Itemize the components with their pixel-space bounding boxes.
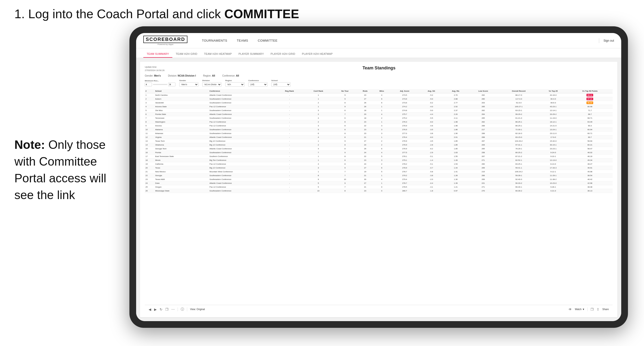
step-instruction: 1. Log into the Coach Portal and click C… bbox=[14, 7, 299, 21]
col-reg-rank: Reg Rank bbox=[276, 89, 304, 93]
control-conference: Conference (All) bbox=[248, 79, 268, 87]
region-select[interactable]: N/A bbox=[225, 82, 244, 87]
watch-icon[interactable]: 👁 bbox=[568, 308, 572, 311]
table-row: 2AuburnSoutheastern Conference-19276273.… bbox=[145, 97, 612, 101]
col-school: School bbox=[154, 89, 209, 93]
sign-out-divider bbox=[599, 38, 599, 43]
table-row: 5Ole MissSoutheastern Conference-3618127… bbox=[145, 109, 612, 112]
col-rnds: Rnds bbox=[357, 89, 374, 93]
table-row: 10AlabamaSoutheastern Conference-5823327… bbox=[145, 128, 612, 132]
table-row: 11ArkansasSoutheastern Conference-682332… bbox=[145, 132, 612, 136]
watch-label: Watch bbox=[575, 308, 582, 311]
col-rank: # bbox=[145, 89, 154, 93]
nav-tournaments[interactable]: TOURNAMENTS bbox=[197, 33, 232, 48]
toolbar-more-icon[interactable]: ⋯ bbox=[171, 308, 175, 311]
table-row: 20TexasBig 12 Conference-39276278.9-0.71… bbox=[145, 166, 612, 170]
table-row: 23Texas A&MSoutheastern Conference-91030… bbox=[145, 177, 612, 181]
control-gender: Gender Men's bbox=[179, 79, 198, 87]
filter-division: Division: NCAA Division I bbox=[168, 74, 196, 77]
table-row: 4Arizona StatePac-12 Conference-19261274… bbox=[145, 105, 612, 109]
toolbar-share2-icon[interactable]: ⇧ bbox=[596, 308, 600, 311]
logo-main: SCOREBOARD bbox=[143, 36, 188, 43]
filter-conference: Conference: All bbox=[222, 74, 239, 77]
tablet-screen: SCOREBOARD Powered by clippd TOURNAMENTS… bbox=[136, 33, 621, 321]
school-select[interactable]: (All) bbox=[271, 82, 290, 87]
table-row: 16FloridaSoutheastern Conference-7924427… bbox=[145, 151, 612, 155]
table-row: 18IllinoisBig Ten Conference-18233279.1-… bbox=[145, 159, 612, 162]
col-avg-sg: Avg. SG bbox=[420, 89, 444, 93]
col-conf-rank: Conf Rank bbox=[304, 89, 334, 93]
step-text: Log into the Coach Portal and click bbox=[28, 7, 224, 21]
table-row: 12VirginiaAtlantic Coast Conference-4821… bbox=[145, 136, 612, 139]
standings-card: Update time: 27/03/2024 16:56:26 Team St… bbox=[140, 62, 618, 317]
toolbar-reload-icon[interactable]: ↻ bbox=[160, 308, 162, 311]
toolbar-share-icon[interactable]: ❐ bbox=[165, 308, 168, 311]
filter-region: Region: All bbox=[203, 74, 215, 77]
subnav-player-summary[interactable]: PLAYER SUMMARY bbox=[235, 52, 267, 58]
subnav-team-h2h-grid[interactable]: TEAM H2H GRID bbox=[172, 52, 200, 58]
table-row: 13Texas TechBig 12 Conference-19272276.9… bbox=[145, 139, 612, 143]
toolbar-back-icon[interactable]: ◀ bbox=[148, 308, 151, 311]
table-row: 19CaliforniaPac-12 Conference-48242278.2… bbox=[145, 162, 612, 166]
table-row: 21New MexicoMountain West Conference-171… bbox=[145, 170, 612, 174]
table-row: 3VanderbiltSoutheastern Conference-28266… bbox=[145, 101, 612, 105]
control-division: Division NCAA Division I bbox=[202, 79, 222, 87]
card-header-row: Update time: 27/03/2024 16:56:26 Team St… bbox=[145, 66, 612, 72]
nav-teams[interactable]: TEAMS bbox=[232, 33, 253, 48]
col-overall: Overall Record bbox=[498, 89, 539, 93]
note-bold-label: Note: bbox=[14, 138, 45, 152]
view-original-label: View: Original bbox=[190, 308, 205, 311]
note-text: Note: Only those with Committee Portal a… bbox=[14, 136, 110, 203]
col-no-tour: No Tour bbox=[334, 89, 357, 93]
nav-items: TOURNAMENTS TEAMS COMMITTEE bbox=[197, 33, 599, 48]
filter-gender: Gender: Men's bbox=[145, 74, 161, 77]
col-wins: Wins bbox=[374, 89, 390, 93]
share-button[interactable]: Share bbox=[602, 308, 609, 311]
min-rounds-range[interactable] bbox=[145, 83, 176, 86]
min-rounds-slider[interactable] bbox=[153, 84, 167, 85]
toolbar-info-icon[interactable]: ⓘ bbox=[181, 307, 184, 312]
col-vs-top25: Vs Top 25 bbox=[539, 89, 567, 93]
gender-select[interactable]: Men's bbox=[179, 82, 198, 87]
logo-sub: Powered by clippd bbox=[143, 43, 188, 45]
col-conference: Conference bbox=[209, 89, 276, 93]
conference-select[interactable]: (All) bbox=[248, 82, 268, 87]
min-rounds-input-low[interactable] bbox=[145, 83, 152, 86]
table-row: 6Florida StateAtlantic Coast Conference-… bbox=[145, 112, 612, 116]
sign-out-button[interactable]: Sign out bbox=[604, 39, 614, 42]
subnav-team-summary[interactable]: TEAM SUMMARY bbox=[143, 52, 172, 58]
subnav-player-h2h-heatmap[interactable]: PLAYER H2H HEATMAP bbox=[299, 52, 336, 58]
update-time: Update time: 27/03/2024 16:56:26 bbox=[145, 66, 165, 72]
card-title: Team Standings bbox=[362, 66, 396, 71]
col-vs-top50-points: Vs Top 50 Points bbox=[567, 89, 612, 93]
toolbar-forward-icon[interactable]: ▶ bbox=[154, 308, 157, 311]
control-school: School (All) bbox=[271, 79, 290, 87]
standings-table-container[interactable]: # School Conference Reg Rank Conf Rank N… bbox=[145, 89, 612, 305]
bottom-toolbar: ◀ ▶ ↻ ❐ ⋯ ⓘ View: Original 👁 Watch ▼ bbox=[145, 305, 612, 314]
view-original-button[interactable]: View: Original bbox=[190, 308, 205, 311]
table-row: 22GeorgiaSoutheastern Conference-8721127… bbox=[145, 174, 612, 177]
toolbar-divider-3 bbox=[588, 308, 588, 311]
table-body: 1North CarolinaAtlantic Coast Conference… bbox=[145, 93, 612, 193]
division-select[interactable]: NCAA Division I bbox=[202, 82, 222, 87]
control-min-rounds: Minimum Rou... bbox=[145, 80, 176, 86]
subnav-team-h2h-heatmap[interactable]: TEAM H2H HEATMAP bbox=[200, 52, 235, 58]
nav-committee[interactable]: COMMITTEE bbox=[253, 33, 282, 48]
min-rounds-input-high[interactable] bbox=[168, 83, 176, 86]
step-bold: COMMITTEE bbox=[224, 7, 299, 21]
table-row: 15Georgia TechAtlantic Coast Conference-… bbox=[145, 147, 612, 151]
table-row: 25OregonPac-12 Conference-57210278.5-3.1… bbox=[145, 185, 612, 189]
watch-button[interactable]: Watch ▼ bbox=[575, 308, 584, 311]
col-avg-rd: Avg. Rd. bbox=[444, 89, 468, 93]
col-adj-score: Adj. Score bbox=[390, 89, 420, 93]
toolbar-expand-icon[interactable]: ❐ bbox=[590, 308, 594, 311]
controls-row: Minimum Rou... Gender Men's bbox=[145, 79, 612, 87]
table-header-row: # School Conference Reg Rank Conf Rank N… bbox=[145, 89, 612, 93]
share-label: Share bbox=[602, 308, 609, 311]
table-row: 8WashingtonPac-12 Conference-28231276.3-… bbox=[145, 120, 612, 124]
subnav-player-h2h-grid[interactable]: PLAYER H2H GRID bbox=[267, 52, 299, 58]
filter-row: Gender: Men's Division: NCAA Division I … bbox=[145, 74, 612, 77]
table-row: 7TennesseeSoutheastern Conference-461822… bbox=[145, 116, 612, 120]
watch-chevron-icon: ▼ bbox=[582, 308, 584, 311]
step-number: 1. bbox=[14, 7, 25, 21]
